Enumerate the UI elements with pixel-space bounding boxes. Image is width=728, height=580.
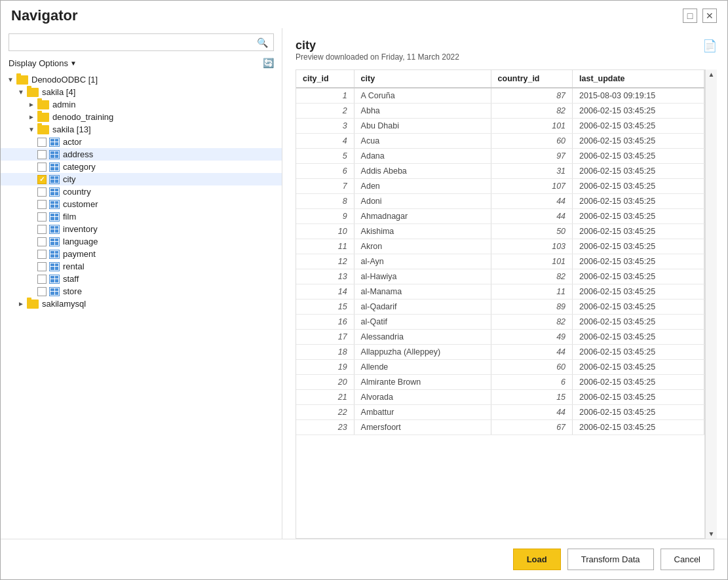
cell-last-update: 2006-02-15 03:45:25 xyxy=(573,239,704,254)
tree-node-sakila[interactable]: ▼ sakila [4] xyxy=(1,86,282,98)
cell-country-id: 89 xyxy=(491,300,572,315)
tree-node-film[interactable]: film xyxy=(1,210,282,223)
tree-node-category[interactable]: category xyxy=(1,161,282,173)
refresh-button[interactable]: 🔄 xyxy=(263,58,274,68)
table-row: 1 A Coruña 87 2015-08-03 09:19:15 xyxy=(296,88,704,104)
preview-header-left: city Preview downloaded on Friday, 11 Ma… xyxy=(296,39,459,67)
table-row: 18 Allappuzha (Alleppey) 44 2006-02-15 0… xyxy=(296,345,704,360)
table-icon xyxy=(49,163,60,172)
table-row: 16 al-Qatif 82 2006-02-15 03:45:25 xyxy=(296,315,704,330)
tree-node-inventory[interactable]: inventory xyxy=(1,223,282,235)
table-icon xyxy=(49,287,60,296)
cell-city-id: 18 xyxy=(296,345,354,360)
tree-node-payment[interactable]: payment xyxy=(1,248,282,260)
tree-checkbox-film[interactable] xyxy=(37,212,47,222)
tree-checkbox-city[interactable] xyxy=(37,175,47,184)
content-area: 🔍 Display Options ▼ 🔄 ▼ DenodoODBC [1] xyxy=(1,28,727,539)
expander-icon: ▼ xyxy=(6,75,15,85)
cell-last-update: 2006-02-15 03:45:25 xyxy=(573,134,704,149)
table-row: 3 Abu Dhabi 101 2006-02-15 03:45:25 xyxy=(296,119,704,134)
cell-city: Allende xyxy=(354,360,491,375)
tree-node-sakila13[interactable]: ▼ sakila [13] xyxy=(1,123,282,136)
tree-label: rental xyxy=(63,261,85,271)
cell-city: Alessandria xyxy=(354,330,491,345)
cell-country-id: 15 xyxy=(491,390,572,405)
cell-last-update: 2006-02-15 03:45:25 xyxy=(573,405,704,420)
scrollbar[interactable]: ▲ ▼ xyxy=(705,69,717,539)
tree-checkbox-address[interactable] xyxy=(37,150,47,159)
tree-node-denodoodbc[interactable]: ▼ DenodoODBC [1] xyxy=(1,73,282,86)
tree-node-city[interactable]: city xyxy=(1,173,282,185)
cell-country-id: 44 xyxy=(491,194,572,209)
table-icon xyxy=(49,262,60,271)
table-icon xyxy=(49,175,60,184)
chevron-down-icon: ▼ xyxy=(70,60,77,67)
col-header-country-id: country_id xyxy=(491,70,572,88)
tree-checkbox-inventory[interactable] xyxy=(37,225,47,234)
window-title: Navigator xyxy=(11,7,77,24)
tree-checkbox-customer[interactable] xyxy=(37,200,47,209)
load-button[interactable]: Load xyxy=(513,549,561,570)
display-options-bar: Display Options ▼ 🔄 xyxy=(1,55,282,72)
tree-checkbox-actor[interactable] xyxy=(37,138,47,147)
tree-checkbox-staff[interactable] xyxy=(37,275,47,284)
cell-last-update: 2006-02-15 03:45:25 xyxy=(573,315,704,330)
cell-last-update: 2006-02-15 03:45:25 xyxy=(573,119,704,134)
minimize-button[interactable]: □ xyxy=(683,9,697,23)
cell-city: Akishima xyxy=(354,224,491,239)
close-button[interactable]: ✕ xyxy=(702,9,717,23)
cell-last-update: 2006-02-15 03:45:25 xyxy=(573,330,704,345)
cancel-button[interactable]: Cancel xyxy=(661,549,714,570)
tree-node-admin[interactable]: ► admin xyxy=(1,98,282,111)
cell-city: Addis Abeba xyxy=(354,164,491,179)
tree-node-staff[interactable]: staff xyxy=(1,273,282,285)
cell-last-update: 2006-02-15 03:45:25 xyxy=(573,284,704,300)
table-icon xyxy=(49,150,60,159)
table-icon xyxy=(49,237,60,246)
cell-country-id: 31 xyxy=(491,164,572,179)
cell-city: A Coruña xyxy=(354,88,491,104)
tree-checkbox-language[interactable] xyxy=(37,237,47,246)
cell-city: Allappuzha (Alleppey) xyxy=(354,345,491,360)
cell-last-update: 2006-02-15 03:45:25 xyxy=(573,360,704,375)
cell-country-id: 103 xyxy=(491,239,572,254)
cell-city: Almirante Brown xyxy=(354,375,491,390)
table-row: 7 Aden 107 2006-02-15 03:45:25 xyxy=(296,179,704,194)
tree-node-sakilamysql[interactable]: ► sakilamysql xyxy=(1,298,282,310)
expander-icon: ▼ xyxy=(27,125,36,134)
tree-label: sakila [4] xyxy=(42,87,75,97)
cell-city: Acua xyxy=(354,134,491,149)
tree-checkbox-country[interactable] xyxy=(37,187,47,197)
table-row: 19 Allende 60 2006-02-15 03:45:25 xyxy=(296,360,704,375)
col-header-city: city xyxy=(354,70,491,88)
search-button[interactable]: 🔍 xyxy=(252,35,273,50)
cell-city-id: 21 xyxy=(296,390,354,405)
tree-checkbox-payment[interactable] xyxy=(37,250,47,259)
preview-subtitle: Preview downloaded on Friday, 11 March 2… xyxy=(296,52,459,62)
display-options-button[interactable]: Display Options ▼ xyxy=(9,58,77,68)
tree-node-language[interactable]: language xyxy=(1,235,282,248)
tree-checkbox-category[interactable] xyxy=(37,163,47,172)
tree-node-country[interactable]: country xyxy=(1,185,282,198)
tree-node-address[interactable]: address xyxy=(1,148,282,161)
search-input[interactable] xyxy=(9,34,252,50)
folder-icon xyxy=(37,100,49,109)
cell-country-id: 44 xyxy=(491,209,572,224)
tree-node-actor[interactable]: actor xyxy=(1,136,282,148)
expander-icon: ► xyxy=(16,300,26,309)
data-table-container[interactable]: city_id city country_id last_update 1 A … xyxy=(296,69,705,539)
tree-node-customer[interactable]: customer xyxy=(1,198,282,210)
expander-icon: ▼ xyxy=(16,88,26,97)
tree-checkbox-store[interactable] xyxy=(37,287,47,296)
scroll-down-arrow[interactable]: ▼ xyxy=(708,530,715,537)
scroll-up-arrow[interactable]: ▲ xyxy=(708,71,715,78)
table-row: 11 Akron 103 2006-02-15 03:45:25 xyxy=(296,239,704,254)
tree-node-denodo-training[interactable]: ► denodo_training xyxy=(1,111,282,123)
file-icon-button[interactable]: 📄 xyxy=(702,39,717,53)
table-row: 23 Amersfoort 67 2006-02-15 03:45:25 xyxy=(296,420,704,435)
cell-city-id: 11 xyxy=(296,239,354,254)
tree-node-rental[interactable]: rental xyxy=(1,260,282,273)
tree-node-store[interactable]: store xyxy=(1,285,282,298)
transform-data-button[interactable]: Transform Data xyxy=(567,549,654,570)
tree-checkbox-rental[interactable] xyxy=(37,262,47,271)
